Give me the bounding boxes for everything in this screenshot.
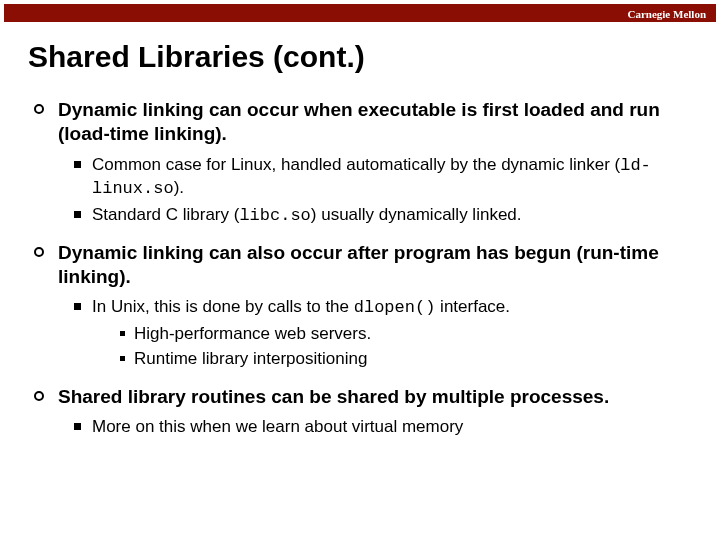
text-run: Common case for Linux, handled automatic… xyxy=(92,155,620,174)
text-run: ) usually dynamically linked. xyxy=(311,205,522,224)
slide: Carnegie Mellon Shared Libraries (cont.)… xyxy=(0,0,720,540)
text-run: Standard C library ( xyxy=(92,205,239,224)
bullet-load-time: Dynamic linking can occur when executabl… xyxy=(34,98,690,227)
bullet-run-time: Dynamic linking can also occur after pro… xyxy=(34,241,690,371)
code-run: libc.so xyxy=(239,206,310,225)
sub-bullet: In Unix, this is done by calls to the dl… xyxy=(74,296,690,370)
brand-bar: Carnegie Mellon xyxy=(4,4,716,22)
bullet-text: Dynamic linking can occur when executabl… xyxy=(58,99,660,144)
text-run: ). xyxy=(174,178,184,197)
sub-sub-bullet: Runtime library interpositioning xyxy=(120,348,690,370)
brand-label: Carnegie Mellon xyxy=(627,8,706,20)
sub-bullet: Standard C library (libc.so) usually dyn… xyxy=(74,204,690,227)
slide-title: Shared Libraries (cont.) xyxy=(28,40,365,74)
bullet-text: Dynamic linking can also occur after pro… xyxy=(58,242,659,287)
bullet-text: Shared library routines can be shared by… xyxy=(58,386,609,407)
text-run: interface. xyxy=(435,297,510,316)
sub-sub-bullet: High-performance web servers. xyxy=(120,323,690,345)
slide-body: Dynamic linking can occur when executabl… xyxy=(34,98,690,452)
text-run: In Unix, this is done by calls to the xyxy=(92,297,354,316)
sub-bullet: Common case for Linux, handled automatic… xyxy=(74,154,690,200)
code-run: dlopen() xyxy=(354,298,436,317)
sub-bullet: More on this when we learn about virtual… xyxy=(74,416,690,438)
bullet-shared-processes: Shared library routines can be shared by… xyxy=(34,385,690,439)
